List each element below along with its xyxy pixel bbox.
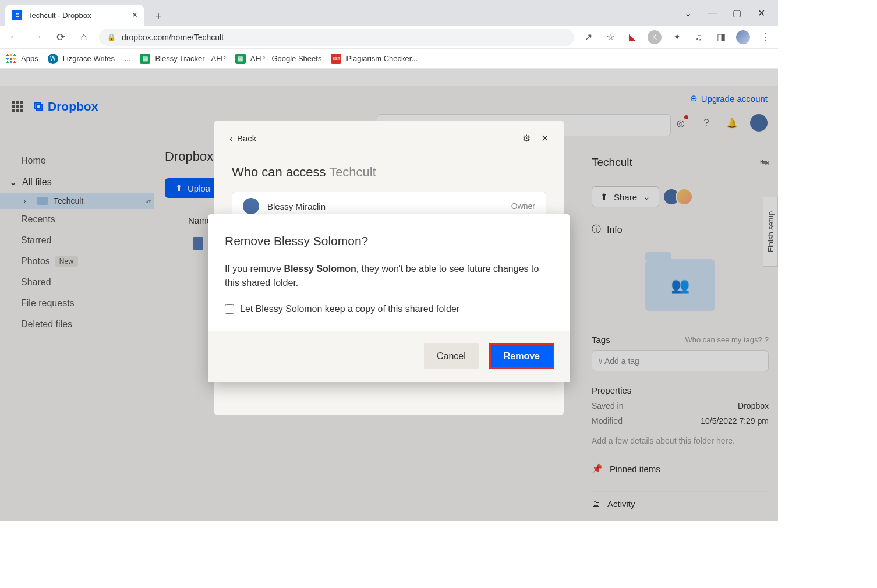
remove-button-highlight: Remove — [489, 343, 554, 369]
browser-tab[interactable]: ⠿ Techcult - Dropbox × — [5, 5, 144, 26]
bookmark-star-icon[interactable]: ☆ — [603, 30, 617, 44]
chevron-down-icon[interactable]: ⌄ — [682, 8, 693, 18]
close-tab-icon[interactable]: × — [132, 10, 137, 20]
window-controls: ⌄ — ▢ ✕ — [671, 0, 778, 26]
bookmark-label: Apps — [21, 54, 38, 63]
mcafee-icon[interactable]: ◣ — [625, 30, 639, 44]
new-tab-button[interactable]: + — [149, 7, 168, 26]
bookmark-label: Plagiarism Checker... — [346, 54, 418, 63]
bookmark-label: AFP - Google Sheets — [250, 54, 322, 63]
bookmarks-bar: Apps W Lizgrace Writes —... ▦ Blessy Tra… — [0, 49, 778, 69]
back-icon[interactable]: ← — [6, 29, 22, 45]
blessy-tracker-bookmark[interactable]: ▦ Blessy Tracker - AFP — [140, 54, 225, 64]
back-label: Back — [237, 133, 256, 143]
extensions-icon[interactable]: ✦ — [670, 30, 684, 44]
dropbox-favicon-icon: ⠿ — [12, 10, 22, 20]
confirm-dialog: Remove Blessy Solomon? If you remove Ble… — [208, 214, 570, 382]
media-icon[interactable]: ♫ — [692, 30, 706, 44]
checkbox-input[interactable] — [225, 304, 234, 314]
apps-bookmark[interactable]: Apps — [6, 54, 38, 64]
wordpress-icon: W — [48, 54, 58, 64]
chrome-profile-avatar[interactable] — [736, 30, 750, 44]
sidepanel-icon[interactable]: ◨ — [714, 30, 728, 44]
cancel-button[interactable]: Cancel — [424, 343, 479, 369]
close-window-icon[interactable]: ✕ — [756, 8, 766, 18]
apps-icon — [6, 54, 16, 64]
chevron-left-icon: ‹ — [229, 133, 232, 143]
kebab-menu-icon[interactable]: ⋮ — [758, 30, 772, 44]
sheets-icon: ▦ — [235, 54, 246, 64]
share-page-icon[interactable]: ↗ — [581, 30, 595, 44]
tab-title: Techcult - Dropbox — [28, 11, 91, 20]
bookmark-label: Lizgrace Writes —... — [63, 54, 131, 63]
reload-icon[interactable]: ⟳ — [52, 29, 69, 45]
home-icon[interactable]: ⌂ — [76, 29, 92, 45]
url-text: dropbox.com/home/Techcult — [122, 33, 224, 42]
sst-icon: SST — [331, 54, 341, 64]
member-role: Owner — [511, 201, 535, 211]
back-button[interactable]: ‹ Back — [229, 133, 256, 143]
close-icon[interactable]: ✕ — [541, 133, 549, 144]
checkbox-label: Let Blessy Solomon keep a copy of this s… — [240, 304, 459, 314]
confirm-text: If you remove Blessy Solomon, they won't… — [225, 262, 553, 290]
share-modal-title: Who can access Techcult — [214, 155, 564, 192]
address-bar: ← → ⟳ ⌂ 🔒 dropbox.com/home/Techcult ↗ ☆ … — [0, 26, 778, 49]
confirm-title: Remove Blessy Solomon? — [225, 234, 553, 248]
tab-strip: ⠿ Techcult - Dropbox × + — [0, 0, 778, 26]
gear-icon[interactable]: ⚙ — [522, 133, 531, 144]
sheets-icon: ▦ — [140, 54, 150, 64]
remove-button[interactable]: Remove — [491, 345, 553, 367]
url-input[interactable]: 🔒 dropbox.com/home/Techcult — [99, 29, 574, 46]
profile-letter-icon[interactable]: K — [648, 30, 662, 44]
afp-sheets-bookmark[interactable]: ▦ AFP - Google Sheets — [235, 54, 322, 64]
keep-copy-checkbox[interactable]: Let Blessy Solomon keep a copy of this s… — [225, 304, 553, 314]
maximize-icon[interactable]: ▢ — [731, 8, 742, 18]
minimize-icon[interactable]: — — [707, 8, 717, 18]
forward-icon[interactable]: → — [29, 29, 45, 45]
member-name: Blessy Miraclin — [267, 201, 503, 211]
avatar — [243, 198, 259, 214]
lock-icon: 🔒 — [107, 33, 116, 41]
lizgrace-bookmark[interactable]: W Lizgrace Writes —... — [48, 54, 131, 64]
plagiarism-bookmark[interactable]: SST Plagiarism Checker... — [331, 54, 418, 64]
bookmark-label: Blessy Tracker - AFP — [155, 54, 225, 63]
